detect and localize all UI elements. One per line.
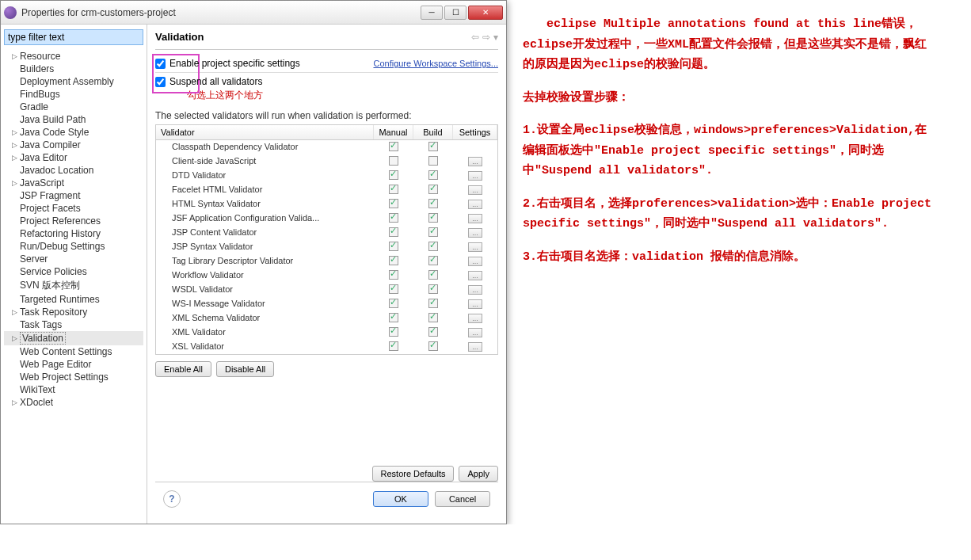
tree-item-run-debug-settings[interactable]: Run/Debug Settings (4, 240, 143, 253)
nav-arrows[interactable]: ⇦ ⇨ ▾ (471, 32, 498, 43)
close-button[interactable]: ✕ (468, 6, 503, 20)
suspend-validators-checkbox[interactable] (155, 77, 166, 87)
settings-button[interactable]: ... (468, 314, 482, 323)
manual-checkbox[interactable] (389, 341, 398, 351)
tree-item-validation[interactable]: ▷Validation (4, 331, 143, 345)
tree-item-web-content-settings[interactable]: Web Content Settings (4, 345, 143, 358)
manual-checkbox[interactable] (389, 327, 398, 337)
enable-project-specific-checkbox[interactable] (155, 59, 166, 69)
validator-row[interactable]: WSDL Validator... (156, 283, 497, 297)
manual-checkbox[interactable] (389, 185, 398, 194)
manual-checkbox[interactable] (389, 142, 398, 151)
maximize-button[interactable]: ☐ (444, 6, 466, 20)
settings-button[interactable]: ... (468, 214, 482, 223)
validator-row[interactable]: Tag Library Descriptor Validator... (156, 254, 497, 269)
manual-checkbox[interactable] (389, 199, 398, 208)
tree-item-task-tags[interactable]: Task Tags (4, 318, 143, 331)
tree-item-java-editor[interactable]: ▷Java Editor (4, 151, 143, 164)
manual-checkbox[interactable] (389, 213, 398, 223)
manual-checkbox[interactable] (389, 256, 398, 265)
manual-checkbox[interactable] (389, 170, 398, 180)
tree-item-xdoclet[interactable]: ▷XDoclet (4, 396, 143, 409)
help-icon[interactable]: ? (163, 490, 181, 508)
manual-checkbox[interactable] (389, 299, 398, 308)
validator-row[interactable]: JSF Application Configuration Valida....… (156, 211, 497, 226)
manual-checkbox[interactable] (389, 313, 398, 322)
build-checkbox[interactable] (428, 327, 438, 337)
forward-icon[interactable]: ⇨ (482, 32, 490, 43)
build-checkbox[interactable] (428, 313, 438, 322)
validator-row[interactable]: Workflow Validator... (156, 269, 497, 283)
build-checkbox[interactable] (428, 242, 438, 251)
configure-workspace-link[interactable]: Configure Workspace Settings... (373, 59, 498, 68)
build-checkbox[interactable] (428, 299, 438, 308)
build-checkbox[interactable] (428, 185, 438, 194)
build-checkbox[interactable] (428, 256, 438, 265)
settings-button[interactable]: ... (468, 157, 482, 166)
build-checkbox[interactable] (428, 341, 438, 351)
tree-item-project-references[interactable]: Project References (4, 215, 143, 227)
validator-row[interactable]: JSP Content Validator... (156, 226, 497, 240)
apply-button[interactable]: Apply (459, 466, 498, 482)
tree-item-server[interactable]: Server (4, 253, 143, 265)
tree-item-gradle[interactable]: Gradle (4, 101, 143, 113)
disable-all-button[interactable]: Disable All (216, 361, 274, 377)
col-settings[interactable]: Settings (453, 125, 497, 139)
settings-button[interactable]: ... (468, 242, 482, 252)
tree-item-targeted-runtimes[interactable]: Targeted Runtimes (4, 293, 143, 306)
validator-row[interactable]: Facelet HTML Validator... (156, 183, 497, 197)
menu-icon[interactable]: ▾ (493, 32, 498, 43)
settings-button[interactable]: ... (468, 328, 482, 337)
tree-item-deployment-assembly[interactable]: Deployment Assembly (4, 75, 143, 88)
build-checkbox[interactable] (428, 213, 438, 223)
build-checkbox[interactable] (428, 270, 438, 280)
tree-item-javascript[interactable]: ▷JavaScript (4, 177, 143, 189)
tree-item-web-page-editor[interactable]: Web Page Editor (4, 358, 143, 371)
validator-row[interactable]: HTML Syntax Validator... (156, 197, 497, 211)
validator-row[interactable]: JSP Syntax Validator... (156, 240, 497, 254)
validator-row[interactable]: Client-side JavaScript... (156, 154, 497, 169)
tree-item-java-build-path[interactable]: Java Build Path (4, 113, 143, 126)
tree-item-web-project-settings[interactable]: Web Project Settings (4, 371, 143, 383)
build-checkbox[interactable] (428, 199, 438, 208)
tree-item-refactoring-history[interactable]: Refactoring History (4, 227, 143, 240)
validator-row[interactable]: DTD Validator... (156, 169, 497, 183)
manual-checkbox[interactable] (389, 242, 398, 251)
build-checkbox[interactable] (428, 170, 438, 180)
tree-item-wikitext[interactable]: WikiText (4, 383, 143, 396)
settings-button[interactable]: ... (468, 271, 482, 280)
validator-row[interactable]: Classpath Dependency Validator (156, 140, 497, 154)
build-checkbox[interactable] (428, 156, 438, 166)
tree-item-project-facets[interactable]: Project Facets (4, 202, 143, 215)
minimize-button[interactable]: ─ (421, 6, 443, 20)
settings-button[interactable]: ... (468, 257, 482, 266)
tree-item-javadoc-location[interactable]: Javadoc Location (4, 164, 143, 177)
tree-item-java-code-style[interactable]: ▷Java Code Style (4, 126, 143, 139)
validator-row[interactable]: XML Schema Validator... (156, 311, 497, 326)
settings-button[interactable]: ... (468, 200, 482, 209)
tree-item-java-compiler[interactable]: ▷Java Compiler (4, 139, 143, 151)
tree-item-svn-[interactable]: SVN 版本控制 (4, 278, 143, 293)
ok-button[interactable]: OK (373, 491, 428, 507)
settings-button[interactable]: ... (468, 299, 482, 309)
manual-checkbox[interactable] (389, 284, 398, 294)
settings-button[interactable]: ... (468, 228, 482, 238)
tree-item-jsp-fragment[interactable]: JSP Fragment (4, 189, 143, 202)
tree-item-findbugs[interactable]: FindBugs (4, 88, 143, 101)
col-validator[interactable]: Validator (156, 125, 374, 139)
manual-checkbox[interactable] (389, 270, 398, 280)
manual-checkbox[interactable] (389, 227, 398, 237)
enable-all-button[interactable]: Enable All (155, 361, 211, 377)
tree-item-builders[interactable]: Builders (4, 63, 143, 75)
settings-button[interactable]: ... (468, 185, 482, 195)
build-checkbox[interactable] (428, 142, 438, 151)
back-icon[interactable]: ⇦ (471, 32, 479, 43)
manual-checkbox[interactable] (389, 156, 398, 166)
build-checkbox[interactable] (428, 284, 438, 294)
filter-input[interactable] (4, 29, 143, 45)
col-build[interactable]: Build (413, 125, 453, 139)
validator-row[interactable]: WS-I Message Validator... (156, 297, 497, 311)
cancel-button[interactable]: Cancel (435, 491, 490, 507)
settings-button[interactable]: ... (468, 171, 482, 181)
validator-row[interactable]: XML Validator... (156, 326, 497, 340)
